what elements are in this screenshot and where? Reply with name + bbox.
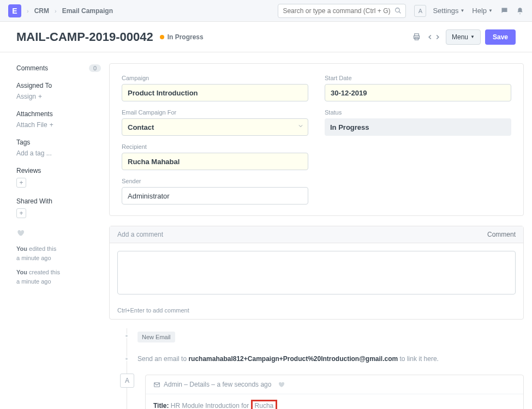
app-logo[interactable]: E bbox=[8, 4, 21, 17]
chat-icon[interactable] bbox=[500, 7, 509, 15]
start-date-field[interactable] bbox=[325, 84, 511, 101]
breadcrumb-crm[interactable]: CRM bbox=[34, 7, 49, 15]
comment-textarea[interactable] bbox=[117, 251, 516, 294]
svg-point-0 bbox=[396, 8, 400, 12]
add-share-button[interactable]: + bbox=[16, 208, 26, 218]
chevron-down-icon bbox=[297, 123, 304, 129]
print-icon[interactable] bbox=[411, 32, 422, 42]
tags-label: Tags bbox=[16, 139, 101, 146]
attachments-label: Attachments bbox=[16, 110, 101, 118]
recipient-field[interactable] bbox=[122, 153, 308, 170]
comments-count-badge: 0 bbox=[89, 64, 101, 72]
status-field: In Progress bbox=[325, 118, 511, 136]
start-date-label: Start Date bbox=[325, 75, 511, 81]
status-badge: In Progress bbox=[168, 33, 204, 41]
add-review-button[interactable]: + bbox=[16, 178, 26, 188]
svg-line-1 bbox=[399, 11, 401, 13]
prev-record-icon[interactable] bbox=[426, 33, 434, 41]
sidebar-item-comments[interactable]: Comments bbox=[16, 64, 48, 72]
add-comment-label: Add a comment bbox=[117, 231, 163, 238]
search-input[interactable] bbox=[278, 4, 406, 18]
comment-hint: Ctrl+Enter to add comment bbox=[110, 304, 523, 319]
highlight-box: Rucha bbox=[251, 400, 278, 409]
plus-icon: + bbox=[38, 93, 42, 100]
add-tag-button[interactable]: Add a tag ... bbox=[16, 149, 101, 157]
assign-button[interactable]: Assign + bbox=[16, 93, 101, 100]
breadcrumb-email-campaign[interactable]: Email Campaign bbox=[62, 7, 113, 15]
next-record-icon[interactable] bbox=[434, 33, 441, 41]
comment-button[interactable]: Comment bbox=[487, 231, 516, 238]
campaign-label: Campaign bbox=[122, 75, 308, 81]
chevron-right-icon: › bbox=[27, 8, 29, 14]
heart-icon[interactable] bbox=[16, 229, 101, 237]
search-icon[interactable] bbox=[394, 7, 402, 14]
email-meta[interactable]: Admin – Details – a few seconds ago bbox=[164, 381, 271, 388]
save-button[interactable]: Save bbox=[485, 29, 516, 45]
email-campaign-for-select[interactable] bbox=[122, 118, 308, 136]
assigned-to-label: Assigned To bbox=[16, 82, 101, 89]
menu-button[interactable]: Menu▼ bbox=[446, 29, 481, 45]
reviews-label: Reviews bbox=[16, 167, 101, 175]
status-dot-icon bbox=[160, 35, 164, 39]
sender-label: Sender bbox=[122, 178, 308, 184]
attach-file-button[interactable]: Attach File + bbox=[16, 121, 101, 129]
plus-icon: + bbox=[50, 121, 53, 129]
bell-icon[interactable] bbox=[516, 7, 524, 15]
settings-link[interactable]: Settings▼ bbox=[433, 7, 464, 15]
avatar: A bbox=[120, 374, 134, 388]
recipient-label: Recipient bbox=[122, 143, 308, 150]
timeline-hint: Send an email to ruchamahabal812+Campaig… bbox=[138, 355, 439, 363]
email-title: Title: HR Module Introduction for Rucha bbox=[146, 394, 523, 409]
activity-log-item: You edited this a minute ago bbox=[16, 244, 101, 262]
shared-with-label: Shared With bbox=[16, 197, 101, 205]
status-label: Status bbox=[325, 109, 511, 116]
chevron-right-icon: › bbox=[55, 8, 57, 14]
page-title: MAIL-CAMP-2019-00042 bbox=[16, 30, 153, 44]
new-email-button[interactable]: New Email bbox=[138, 332, 175, 342]
help-link[interactable]: Help▼ bbox=[472, 7, 493, 15]
mail-icon bbox=[153, 381, 160, 388]
email-campaign-for-label: Email Campaign For bbox=[122, 109, 308, 116]
heart-icon[interactable] bbox=[278, 381, 284, 388]
timeline-dot-icon bbox=[124, 334, 129, 338]
avatar[interactable]: A bbox=[414, 5, 426, 17]
timeline-dot-icon bbox=[124, 357, 129, 361]
campaign-field[interactable] bbox=[122, 84, 308, 101]
sender-field[interactable] bbox=[122, 187, 308, 204]
activity-log-item: You created this a minute ago bbox=[16, 268, 101, 286]
